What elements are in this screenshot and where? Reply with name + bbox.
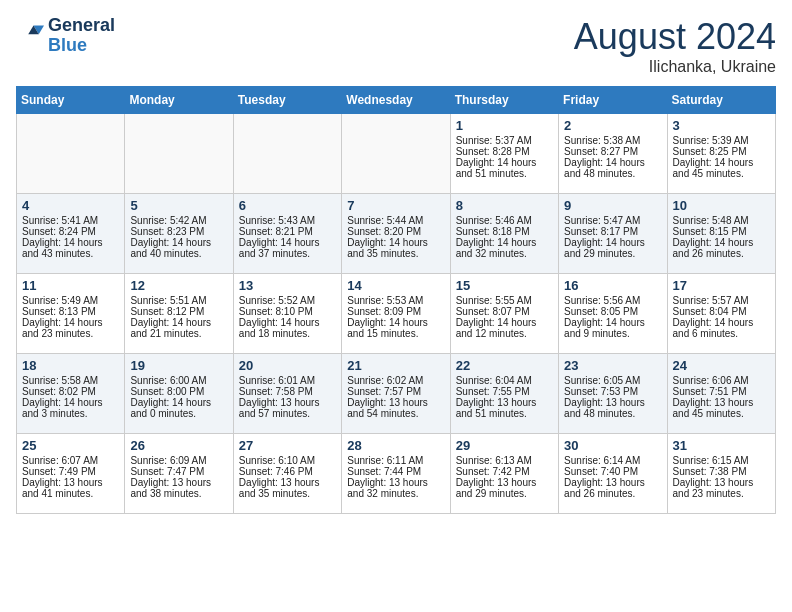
calendar-cell: 6Sunrise: 5:43 AMSunset: 8:21 PMDaylight… <box>233 194 341 274</box>
calendar-cell: 23Sunrise: 6:05 AMSunset: 7:53 PMDayligh… <box>559 354 667 434</box>
day-number: 20 <box>239 358 336 373</box>
day-number: 14 <box>347 278 444 293</box>
cell-line: Sunrise: 5:46 AM <box>456 215 553 226</box>
cell-line: Sunset: 8:20 PM <box>347 226 444 237</box>
cell-line: Sunset: 7:38 PM <box>673 466 770 477</box>
day-number: 18 <box>22 358 119 373</box>
cell-line: Daylight: 14 hours <box>22 237 119 248</box>
cell-line: Sunrise: 6:04 AM <box>456 375 553 386</box>
calendar-cell <box>342 114 450 194</box>
cell-line: Sunrise: 6:06 AM <box>673 375 770 386</box>
cell-line: Sunrise: 5:41 AM <box>22 215 119 226</box>
cell-line: Sunset: 8:15 PM <box>673 226 770 237</box>
cell-line: and 45 minutes. <box>673 168 770 179</box>
cell-line: Sunset: 8:00 PM <box>130 386 227 397</box>
cell-line: Daylight: 13 hours <box>130 477 227 488</box>
cell-line: Sunset: 8:28 PM <box>456 146 553 157</box>
cell-line: Sunrise: 6:13 AM <box>456 455 553 466</box>
logo-icon <box>16 22 44 50</box>
cell-line: Sunrise: 6:01 AM <box>239 375 336 386</box>
cell-line: and 23 minutes. <box>22 328 119 339</box>
cell-line: Sunrise: 5:47 AM <box>564 215 661 226</box>
day-number: 24 <box>673 358 770 373</box>
cell-line: Sunrise: 6:00 AM <box>130 375 227 386</box>
cell-line: Daylight: 14 hours <box>456 157 553 168</box>
cell-line: and 12 minutes. <box>456 328 553 339</box>
calendar-table: SundayMondayTuesdayWednesdayThursdayFrid… <box>16 86 776 514</box>
cell-line: and 9 minutes. <box>564 328 661 339</box>
week-row-1: 1Sunrise: 5:37 AMSunset: 8:28 PMDaylight… <box>17 114 776 194</box>
cell-line: Sunrise: 6:09 AM <box>130 455 227 466</box>
cell-line: and 57 minutes. <box>239 408 336 419</box>
calendar-cell: 30Sunrise: 6:14 AMSunset: 7:40 PMDayligh… <box>559 434 667 514</box>
cell-line: Daylight: 14 hours <box>673 237 770 248</box>
cell-line: Daylight: 13 hours <box>239 397 336 408</box>
day-number: 6 <box>239 198 336 213</box>
weekday-header-thursday: Thursday <box>450 87 558 114</box>
calendar-cell: 9Sunrise: 5:47 AMSunset: 8:17 PMDaylight… <box>559 194 667 274</box>
cell-line: Sunrise: 5:49 AM <box>22 295 119 306</box>
cell-line: Sunrise: 5:48 AM <box>673 215 770 226</box>
cell-line: Daylight: 13 hours <box>673 477 770 488</box>
day-number: 22 <box>456 358 553 373</box>
day-number: 26 <box>130 438 227 453</box>
cell-line: Daylight: 13 hours <box>347 477 444 488</box>
calendar-cell: 15Sunrise: 5:55 AMSunset: 8:07 PMDayligh… <box>450 274 558 354</box>
title-block: August 2024 Ilichanka, Ukraine <box>574 16 776 76</box>
cell-line: Sunset: 7:40 PM <box>564 466 661 477</box>
cell-line: and 48 minutes. <box>564 408 661 419</box>
cell-line: and 29 minutes. <box>564 248 661 259</box>
day-number: 19 <box>130 358 227 373</box>
cell-line: Sunrise: 5:39 AM <box>673 135 770 146</box>
cell-line: Sunset: 7:47 PM <box>130 466 227 477</box>
calendar-cell: 5Sunrise: 5:42 AMSunset: 8:23 PMDaylight… <box>125 194 233 274</box>
location: Ilichanka, Ukraine <box>574 58 776 76</box>
day-number: 11 <box>22 278 119 293</box>
weekday-header-friday: Friday <box>559 87 667 114</box>
cell-line: Sunrise: 5:51 AM <box>130 295 227 306</box>
day-number: 23 <box>564 358 661 373</box>
calendar-cell: 7Sunrise: 5:44 AMSunset: 8:20 PMDaylight… <box>342 194 450 274</box>
cell-line: Daylight: 14 hours <box>347 317 444 328</box>
cell-line: and 54 minutes. <box>347 408 444 419</box>
cell-line: Sunset: 8:04 PM <box>673 306 770 317</box>
calendar-cell: 3Sunrise: 5:39 AMSunset: 8:25 PMDaylight… <box>667 114 775 194</box>
month-title: August 2024 <box>574 16 776 58</box>
day-number: 30 <box>564 438 661 453</box>
cell-line: Daylight: 13 hours <box>564 397 661 408</box>
calendar-cell <box>125 114 233 194</box>
week-row-3: 11Sunrise: 5:49 AMSunset: 8:13 PMDayligh… <box>17 274 776 354</box>
cell-line: Sunset: 8:02 PM <box>22 386 119 397</box>
cell-line: and 45 minutes. <box>673 408 770 419</box>
cell-line: Daylight: 13 hours <box>456 477 553 488</box>
weekday-header-sunday: Sunday <box>17 87 125 114</box>
day-number: 16 <box>564 278 661 293</box>
cell-line: Sunset: 8:21 PM <box>239 226 336 237</box>
page-header: General Blue August 2024 Ilichanka, Ukra… <box>16 16 776 76</box>
calendar-cell: 10Sunrise: 5:48 AMSunset: 8:15 PMDayligh… <box>667 194 775 274</box>
cell-line: Sunrise: 6:15 AM <box>673 455 770 466</box>
cell-line: Sunrise: 5:43 AM <box>239 215 336 226</box>
cell-line: and 0 minutes. <box>130 408 227 419</box>
cell-line: Daylight: 14 hours <box>456 237 553 248</box>
week-row-5: 25Sunrise: 6:07 AMSunset: 7:49 PMDayligh… <box>17 434 776 514</box>
cell-line: and 32 minutes. <box>456 248 553 259</box>
day-number: 9 <box>564 198 661 213</box>
cell-line: Sunset: 8:07 PM <box>456 306 553 317</box>
logo-text: General Blue <box>48 16 115 56</box>
calendar-cell: 11Sunrise: 5:49 AMSunset: 8:13 PMDayligh… <box>17 274 125 354</box>
weekday-header-monday: Monday <box>125 87 233 114</box>
cell-line: and 3 minutes. <box>22 408 119 419</box>
calendar-cell: 20Sunrise: 6:01 AMSunset: 7:58 PMDayligh… <box>233 354 341 434</box>
calendar-cell: 18Sunrise: 5:58 AMSunset: 8:02 PMDayligh… <box>17 354 125 434</box>
cell-line: Sunset: 8:17 PM <box>564 226 661 237</box>
calendar-cell: 2Sunrise: 5:38 AMSunset: 8:27 PMDaylight… <box>559 114 667 194</box>
calendar-cell: 25Sunrise: 6:07 AMSunset: 7:49 PMDayligh… <box>17 434 125 514</box>
cell-line: Sunrise: 5:53 AM <box>347 295 444 306</box>
day-number: 5 <box>130 198 227 213</box>
cell-line: Daylight: 14 hours <box>130 237 227 248</box>
cell-line: Daylight: 14 hours <box>239 237 336 248</box>
cell-line: Sunrise: 6:11 AM <box>347 455 444 466</box>
calendar-cell: 19Sunrise: 6:00 AMSunset: 8:00 PMDayligh… <box>125 354 233 434</box>
calendar-cell: 12Sunrise: 5:51 AMSunset: 8:12 PMDayligh… <box>125 274 233 354</box>
